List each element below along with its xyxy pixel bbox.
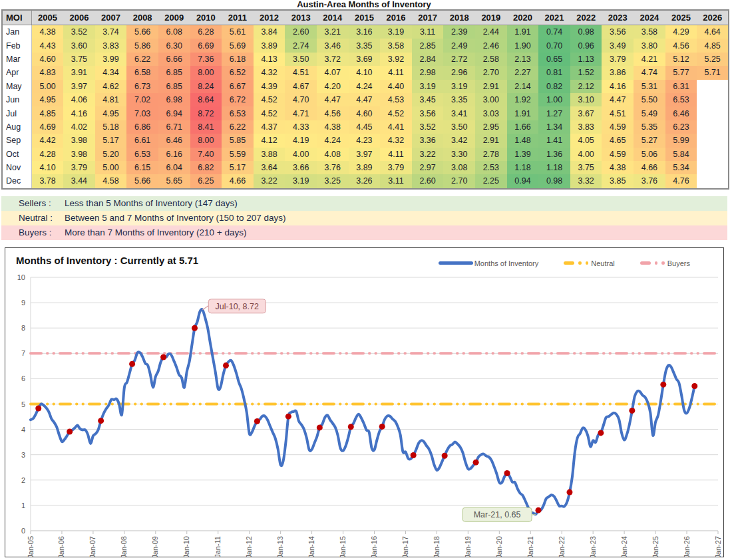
- heatmap-cell[interactable]: 3.84: [254, 25, 285, 39]
- heatmap-cell[interactable]: 3.79: [602, 53, 634, 66]
- heatmap-cell[interactable]: 4.47: [349, 93, 381, 106]
- heatmap-cell[interactable]: 4.56: [317, 106, 349, 120]
- heatmap-cell[interactable]: 2.58: [475, 53, 507, 66]
- heatmap-cell[interactable]: 4.38: [317, 120, 349, 134]
- year-column-header[interactable]: 2005: [32, 10, 64, 25]
- month-row-label[interactable]: Sep: [2, 134, 32, 147]
- heatmap-cell[interactable]: 2.91: [475, 134, 507, 147]
- heatmap-cell[interactable]: 5.34: [665, 161, 697, 174]
- heatmap-cell[interactable]: 2.13: [507, 53, 539, 66]
- heatmap-cell[interactable]: 3.50: [443, 120, 475, 134]
- heatmap-cell[interactable]: 4.85: [697, 39, 729, 52]
- heatmap-cell[interactable]: 4.47: [602, 93, 634, 106]
- heatmap-cell[interactable]: 6.52: [222, 66, 254, 79]
- heatmap-cell[interactable]: 5.35: [634, 120, 665, 134]
- heatmap-cell[interactable]: 7.02: [126, 93, 158, 106]
- heatmap-cell[interactable]: 2.12: [570, 80, 602, 93]
- heatmap-cell[interactable]: 3.69: [349, 53, 381, 66]
- heatmap-cell[interactable]: 4.29: [665, 25, 697, 39]
- heatmap-cell[interactable]: [697, 148, 729, 161]
- heatmap-cell[interactable]: 6.53: [222, 106, 254, 120]
- heatmap-cell[interactable]: 3.35: [349, 39, 381, 52]
- heatmap-cell[interactable]: 6.08: [158, 25, 190, 39]
- heatmap-cell[interactable]: 2.60: [412, 174, 444, 188]
- heatmap-cell[interactable]: 5.85: [222, 134, 254, 147]
- month-row-label[interactable]: Apr: [2, 66, 32, 79]
- heatmap-cell[interactable]: 4.53: [380, 93, 412, 106]
- heatmap-cell[interactable]: 0.82: [538, 80, 570, 93]
- heatmap-cell[interactable]: 4.21: [634, 53, 665, 66]
- heatmap-cell[interactable]: 3.76: [634, 174, 665, 188]
- heatmap-cell[interactable]: 3.89: [254, 39, 285, 52]
- heatmap-cell[interactable]: 3.79: [380, 161, 412, 174]
- heatmap-cell[interactable]: 3.03: [475, 106, 507, 120]
- year-column-header[interactable]: 2022: [570, 10, 602, 25]
- heatmap-cell[interactable]: 3.25: [317, 174, 349, 188]
- heatmap-cell[interactable]: 8.00: [190, 134, 222, 147]
- heatmap-cell[interactable]: 4.85: [32, 106, 64, 120]
- heatmap-cell[interactable]: 2.96: [443, 66, 475, 79]
- heatmap-cell[interactable]: 4.02: [63, 120, 95, 134]
- heatmap-cell[interactable]: 6.85: [158, 80, 190, 93]
- heatmap-cell[interactable]: 4.42: [32, 134, 64, 147]
- april-data-point-marker[interactable]: [566, 489, 572, 495]
- heatmap-cell[interactable]: 2.70: [443, 174, 475, 188]
- year-column-header[interactable]: 2009: [158, 10, 190, 25]
- year-column-header[interactable]: 2006: [63, 10, 95, 25]
- heatmap-cell[interactable]: 5.17: [95, 134, 127, 147]
- heatmap-cell[interactable]: 3.89: [349, 161, 381, 174]
- heatmap-cell[interactable]: 4.24: [317, 134, 349, 147]
- heatmap-cell[interactable]: 6.53: [126, 148, 158, 161]
- heatmap-cell[interactable]: 6.86: [126, 120, 158, 134]
- heatmap-cell[interactable]: 3.56: [412, 106, 444, 120]
- heatmap-cell[interactable]: 3.19: [412, 80, 444, 93]
- heatmap-cell[interactable]: 3.21: [317, 25, 349, 39]
- heatmap-cell[interactable]: 4.47: [317, 93, 349, 106]
- chart-plot-area[interactable]: 012345678910Jan-05Jan-06Jan-07Jan-08Jan-…: [5, 248, 723, 557]
- heatmap-cell[interactable]: 2.53: [475, 161, 507, 174]
- heatmap-cell[interactable]: 7.40: [190, 148, 222, 161]
- heatmap-cell[interactable]: 4.32: [380, 134, 412, 147]
- heatmap-cell[interactable]: 3.97: [63, 80, 95, 93]
- heatmap-cell[interactable]: 7.36: [190, 53, 222, 66]
- heatmap-cell[interactable]: 3.56: [602, 25, 634, 39]
- heatmap-cell[interactable]: 3.83: [95, 39, 127, 52]
- heatmap-cell[interactable]: 4.12: [254, 134, 285, 147]
- heatmap-cell[interactable]: [697, 93, 729, 106]
- heatmap-cell[interactable]: 6.31: [665, 80, 697, 93]
- heatmap-cell[interactable]: [697, 106, 729, 120]
- heatmap-cell[interactable]: 3.58: [380, 39, 412, 52]
- heatmap-cell[interactable]: 3.97: [349, 148, 381, 161]
- heatmap-cell[interactable]: 5.86: [126, 39, 158, 52]
- heatmap-cell[interactable]: 4.00: [570, 148, 602, 161]
- heatmap-cell[interactable]: 2.60: [285, 25, 317, 39]
- heatmap-cell[interactable]: 2.84: [412, 53, 444, 66]
- heatmap-cell[interactable]: 4.95: [32, 93, 64, 106]
- heatmap-cell[interactable]: 1.91: [507, 25, 539, 39]
- april-data-point-marker[interactable]: [629, 408, 635, 414]
- heatmap-cell[interactable]: 6.46: [158, 134, 190, 147]
- heatmap-cell[interactable]: 3.46: [317, 39, 349, 52]
- heatmap-cell[interactable]: 2.27: [507, 66, 539, 79]
- month-row-label[interactable]: May: [2, 80, 32, 93]
- heatmap-cell[interactable]: 3.42: [443, 134, 475, 147]
- heatmap-cell[interactable]: 6.61: [126, 134, 158, 147]
- heatmap-cell[interactable]: 6.04: [158, 161, 190, 174]
- heatmap-cell[interactable]: 5.17: [222, 161, 254, 174]
- heatmap-cell[interactable]: 5.27: [634, 134, 665, 147]
- heatmap-cell[interactable]: 1.90: [507, 39, 539, 52]
- heatmap-cell[interactable]: 3.32: [570, 174, 602, 188]
- april-data-point-marker[interactable]: [379, 424, 385, 430]
- month-row-label[interactable]: Jun: [2, 93, 32, 106]
- heatmap-cell[interactable]: 6.23: [665, 120, 697, 134]
- heatmap-cell[interactable]: 5.00: [32, 80, 64, 93]
- heatmap-cell[interactable]: 4.33: [285, 120, 317, 134]
- heatmap-cell[interactable]: 5.71: [697, 66, 729, 79]
- heatmap-cell[interactable]: 3.74: [95, 25, 127, 39]
- april-data-point-marker[interactable]: [473, 459, 479, 465]
- year-column-header[interactable]: 2021: [538, 10, 570, 25]
- heatmap-cell[interactable]: 4.71: [285, 106, 317, 120]
- heatmap-cell[interactable]: 3.83: [570, 120, 602, 134]
- heatmap-cell[interactable]: 2.72: [443, 53, 475, 66]
- heatmap-cell[interactable]: 3.72: [317, 53, 349, 66]
